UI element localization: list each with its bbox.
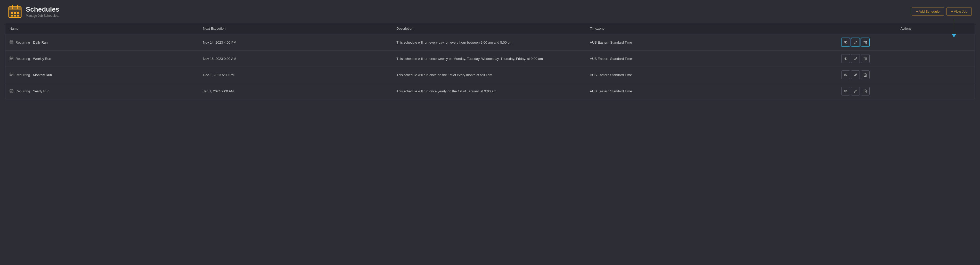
toggle-button[interactable]	[841, 54, 850, 63]
table-header: Name Next Execution Description Timezone…	[5, 23, 975, 34]
actions-cell	[837, 51, 975, 67]
svg-rect-54	[11, 75, 12, 76]
type-cell: Recurring Yearly Run	[10, 89, 195, 93]
arrow-line	[954, 20, 955, 34]
table-row: Recurring Yearly Run Jan 1, 2024 9:00 AM…	[5, 83, 975, 99]
schedule-name-label: Monthly Run	[33, 73, 52, 77]
svg-rect-19	[11, 43, 12, 43]
toggle-button[interactable]	[841, 87, 850, 96]
svg-point-39	[845, 58, 846, 59]
description-cell: This schedule will run every day, on eve…	[392, 34, 585, 51]
svg-rect-52	[12, 75, 13, 75]
main-content: Name Next Execution Description Timezone…	[0, 23, 980, 104]
add-schedule-button[interactable]: + Add Schedule	[912, 7, 944, 16]
table-row: Recurring Weekly Run Nov 15, 2023 9:00 A…	[5, 51, 975, 67]
schedule-type-icon	[10, 72, 13, 77]
actions-buttons	[841, 70, 970, 79]
header-buttons: + Add Schedule ≡ View Job	[912, 7, 972, 16]
table-row: Recurring Daily Run Nov 14, 2023 4:00 PM…	[5, 34, 975, 51]
svg-rect-2	[9, 7, 21, 10]
schedule-name-label: Yearly Run	[33, 89, 49, 93]
svg-rect-51	[11, 75, 12, 75]
delete-button[interactable]	[861, 87, 870, 96]
svg-rect-70	[10, 92, 11, 92]
svg-rect-67	[10, 91, 11, 91]
schedule-type-icon	[10, 56, 13, 61]
svg-rect-58	[864, 74, 867, 77]
schedule-name-label: Daily Run	[33, 40, 48, 45]
schedule-type-label: Recurring	[16, 73, 30, 77]
view-job-button[interactable]: ≡ View Job	[947, 7, 972, 16]
svg-rect-50	[10, 75, 11, 75]
svg-rect-35	[12, 58, 13, 59]
toggle-button[interactable]	[841, 38, 850, 47]
svg-rect-37	[11, 59, 12, 60]
delete-button[interactable]	[861, 54, 870, 63]
description-cell: This schedule will run once on the 1st o…	[392, 67, 585, 83]
svg-rect-8	[11, 15, 13, 16]
table-body: Recurring Daily Run Nov 14, 2023 4:00 PM…	[5, 34, 975, 99]
edit-button[interactable]	[851, 70, 860, 79]
edit-button[interactable]	[851, 38, 860, 47]
actions-cell	[837, 67, 975, 83]
svg-line-74	[856, 90, 856, 91]
edit-button[interactable]	[851, 87, 860, 96]
delete-button[interactable]	[861, 70, 870, 79]
schedule-type-label: Recurring	[16, 40, 30, 45]
edit-button[interactable]	[851, 54, 860, 63]
svg-rect-41	[864, 57, 867, 60]
svg-rect-16	[11, 42, 12, 43]
name-cell: Recurring Weekly Run	[5, 51, 199, 67]
svg-rect-9	[14, 15, 16, 16]
schedules-table: Name Next Execution Description Timezone…	[5, 23, 975, 99]
svg-rect-5	[11, 12, 13, 14]
col-header-next-execution: Next Execution	[199, 23, 392, 34]
type-cell: Recurring Daily Run	[10, 40, 195, 45]
svg-rect-53	[10, 75, 11, 76]
timezone-cell: AUS Eastern Standard Time	[585, 51, 837, 67]
svg-point-73	[845, 91, 846, 92]
toggle-button[interactable]	[841, 70, 850, 79]
svg-rect-15	[10, 42, 11, 43]
svg-rect-7	[17, 12, 19, 14]
col-header-description: Description	[392, 23, 585, 34]
schedule-type-label: Recurring	[16, 57, 30, 61]
description-cell: This schedule will run once yearly on th…	[392, 83, 585, 99]
svg-rect-69	[12, 91, 13, 91]
type-cell: Recurring Monthly Run	[10, 72, 195, 77]
svg-rect-34	[11, 58, 12, 59]
arrow-indicator	[951, 20, 956, 37]
actions-cell	[837, 83, 975, 99]
timezone-cell: AUS Eastern Standard Time	[585, 34, 837, 51]
actions-buttons	[841, 54, 970, 63]
schedule-type-icon	[10, 40, 13, 45]
next-execution-cell: Nov 15, 2023 9:00 AM	[199, 51, 392, 67]
svg-line-57	[856, 74, 856, 75]
arrow-head	[951, 34, 956, 37]
schedule-name-label: Weekly Run	[33, 57, 51, 61]
delete-button[interactable]	[861, 38, 870, 47]
name-cell: Recurring Yearly Run	[5, 83, 199, 99]
svg-rect-75	[864, 90, 867, 93]
col-header-timezone: Timezone	[585, 23, 837, 34]
timezone-cell: AUS Eastern Standard Time	[585, 67, 837, 83]
page-header: Schedules Manage Job Schedules. + Add Sc…	[0, 0, 980, 23]
actions-buttons	[841, 38, 970, 47]
page-title: Schedules	[26, 5, 59, 13]
svg-line-40	[856, 58, 856, 58]
table-row: Recurring Monthly Run Dec 1, 2023 5:00 P…	[5, 67, 975, 83]
svg-rect-71	[11, 92, 12, 92]
svg-line-22	[844, 41, 847, 44]
calendar-icon	[8, 5, 22, 18]
schedule-type-label: Recurring	[16, 89, 30, 93]
next-execution-cell: Dec 1, 2023 5:00 PM	[199, 67, 392, 83]
description-cell: This schedule will run once weekly on Mo…	[392, 51, 585, 67]
header-title: Schedules Manage Job Schedules.	[26, 5, 59, 18]
svg-rect-10	[17, 15, 19, 16]
header-left: Schedules Manage Job Schedules.	[8, 5, 59, 18]
svg-rect-6	[14, 12, 16, 14]
svg-rect-18	[10, 43, 11, 43]
schedule-type-icon	[10, 89, 13, 93]
svg-rect-68	[11, 91, 12, 91]
next-execution-cell: Jan 1, 2024 9:00 AM	[199, 83, 392, 99]
